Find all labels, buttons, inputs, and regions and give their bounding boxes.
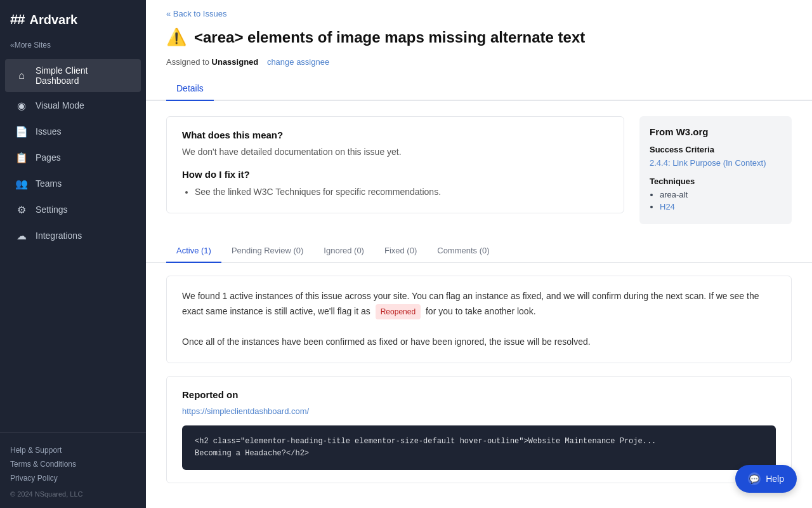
reported-section: Reported on https://simpleclientdashboar… [166,376,792,483]
simple-client-dashboard-label: Simple Client Dashboard [36,65,131,86]
techniques-list: area-alt H24 [650,190,782,211]
what-title: What does this mean? [182,130,608,140]
assignee-name: Unassigned [212,57,259,67]
tab-details[interactable]: Details [166,77,214,101]
instance-tab-comments[interactable]: Comments (0) [427,239,499,263]
warning-icon: ⚠️ [166,27,187,47]
logo-area[interactable]: ## Ardvark [0,0,146,34]
visual-mode-label: Visual Mode [36,100,84,110]
sidebar: ## Ardvark «More Sites ⌂ Simple Client D… [0,0,146,508]
techniques-section: Techniques area-alt H24 [650,177,782,211]
sidebar-item-pages[interactable]: 📋 Pages [5,145,141,170]
sidebar-bottom-links: Help & SupportTerms & ConditionsPrivacy … [10,443,136,485]
what-text: We don't have detailed documentation on … [182,145,608,159]
instance-tab-fixed[interactable]: Fixed (0) [374,239,427,263]
simple-client-dashboard-icon: ⌂ [15,69,28,82]
sidebar-item-simple-client-dashboard[interactable]: ⌂ Simple Client Dashboard [5,59,141,92]
sidebar-bottom-privacy-policy[interactable]: Privacy Policy [10,471,136,485]
sidebar-item-integrations[interactable]: ☁ Integrations [5,223,141,248]
integrations-label: Integrations [36,231,82,241]
fix-list: See the linked W3C Techniques for specif… [182,185,608,200]
sidebar-bottom: Help & SupportTerms & ConditionsPrivacy … [0,432,146,508]
integrations-icon: ☁ [15,229,28,242]
main-panel: What does this mean? We don't have detai… [166,116,624,224]
fix-list-item-1: See the linked W3C Techniques for specif… [195,185,608,200]
reopened-badge: Reopened [376,304,421,319]
instance-info-box: We found 1 active instances of this issu… [166,276,792,363]
issue-header: ⚠️ <area> elements of image maps missing… [146,21,812,57]
side-panel-title: From W3.org [650,126,782,137]
instance-tab-ignored[interactable]: Ignored (0) [313,239,374,263]
sidebar-item-visual-mode[interactable]: ◉ Visual Mode [5,93,141,118]
details-tabs: Details [146,77,812,101]
assignee-row: Assigned to Unassigned change assignee [146,57,812,77]
sidebar-nav: ⌂ Simple Client Dashboard ◉ Visual Mode … [0,58,146,249]
technique-area-alt: area-alt [660,190,782,199]
instance-text-after: for you to take another look. [426,306,536,316]
logo-icon: ## [10,11,24,28]
help-label: Help [766,474,784,484]
instance-tab-pending-review[interactable]: Pending Review (0) [221,239,313,263]
main-content: « Back to Issues ⚠️ <area> elements of i… [146,0,812,508]
assignee-label: Assigned to [166,57,209,67]
content-area: What does this mean? We don't have detai… [146,101,812,239]
teams-label: Teams [36,178,62,189]
sidebar-item-settings[interactable]: ⚙ Settings [5,197,141,222]
pages-icon: 📋 [15,151,28,164]
fix-title: How do I fix it? [182,169,608,180]
settings-label: Settings [36,204,68,215]
pages-label: Pages [36,152,61,163]
logo-text: Ardvark [29,13,77,27]
back-to-issues-link[interactable]: « Back to Issues [146,0,812,21]
chat-icon: 💬 [748,472,761,485]
resolved-text: Once all of the instances have been conf… [182,337,591,347]
technique-h24-link[interactable]: H24 [660,202,675,211]
instance-tab-active[interactable]: Active (1) [166,239,221,263]
reported-url[interactable]: https://simpleclientdashboard.com/ [182,406,309,416]
code-block: <h2 class="elementor-heading-title eleme… [182,425,776,470]
sidebar-bottom-terms-conditions[interactable]: Terms & Conditions [10,457,136,471]
issues-icon: 📄 [15,125,28,138]
side-panel: From W3.org Success Criteria 2.4.4: Link… [639,116,792,224]
sidebar-item-issues[interactable]: 📄 Issues [5,119,141,144]
sidebar-bottom-help-support[interactable]: Help & Support [10,443,136,457]
instance-tabs: Active (1)Pending Review (0)Ignored (0)F… [146,239,812,263]
techniques-label: Techniques [650,177,782,186]
more-sites-link[interactable]: «More Sites [0,34,146,58]
help-button[interactable]: 💬 Help [735,465,797,493]
sidebar-item-teams[interactable]: 👥 Teams [5,171,141,196]
sidebar-copyright: © 2024 NSquared, LLC [10,490,136,498]
settings-icon: ⚙ [15,203,28,216]
issues-label: Issues [36,126,61,137]
reported-title: Reported on [182,389,776,400]
success-criteria-label: Success Criteria [650,145,782,154]
success-criteria-link[interactable]: 2.4.4: Link Purpose (In Context) [650,158,782,168]
details-card: What does this mean? We don't have detai… [166,116,624,213]
code-line-1: <h2 class="elementor-heading-title eleme… [195,436,763,448]
issue-title: <area> elements of image maps missing al… [194,29,585,46]
technique-h24: H24 [660,202,782,211]
code-line-2: Becoming a Headache?</h2> [195,448,763,460]
change-assignee-link[interactable]: change assignee [267,57,329,67]
teams-icon: 👥 [15,177,28,190]
visual-mode-icon: ◉ [15,99,28,112]
